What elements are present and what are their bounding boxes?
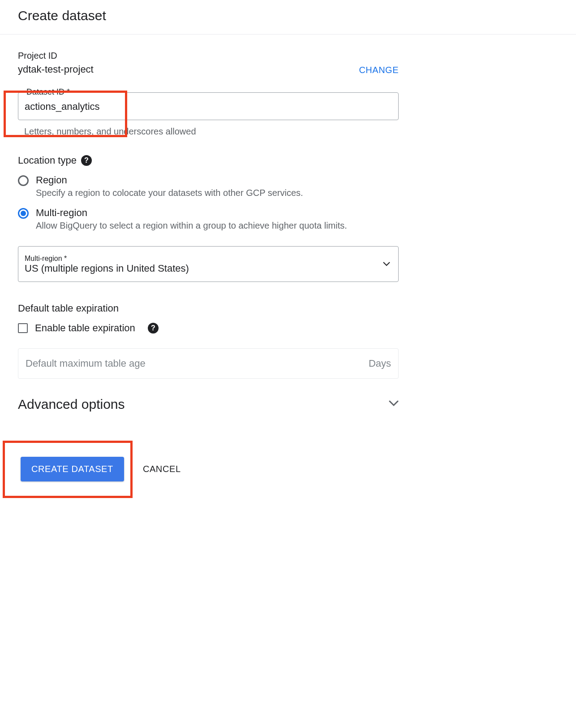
dataset-id-input[interactable] [25, 101, 392, 113]
help-icon[interactable]: ? [148, 323, 159, 334]
chevron-down-icon [383, 260, 390, 268]
multi-region-label: Multi-region * [25, 255, 67, 262]
change-project-button[interactable]: CHANGE [359, 65, 399, 75]
chevron-down-icon [389, 400, 399, 408]
radio-multi-region-description: Allow BigQuery to select a region within… [36, 221, 347, 231]
default-expiration-label: Default table expiration [18, 303, 119, 314]
footer-actions: CREATE DATASET CANCEL [18, 457, 399, 481]
dataset-id-field[interactable]: Dataset ID * [18, 92, 399, 120]
project-id-row: Project ID ydtak-test-project CHANGE [18, 51, 399, 75]
multi-region-value: US (multiple regions in United States) [25, 263, 392, 274]
radio-icon [18, 175, 29, 186]
location-type-label: Location type [18, 155, 77, 166]
enable-expiration-row[interactable]: Enable table expiration ? [18, 322, 399, 334]
page-header: Create dataset [0, 0, 576, 35]
radio-region[interactable]: Region Specify a region to colocate your… [18, 174, 399, 198]
enable-expiration-label: Enable table expiration [35, 322, 135, 334]
radio-icon [18, 208, 29, 219]
advanced-options-toggle[interactable]: Advanced options [18, 397, 399, 412]
default-expiration-heading: Default table expiration [18, 303, 399, 314]
create-dataset-button[interactable]: CREATE DATASET [21, 457, 124, 481]
max-table-age-placeholder: Default maximum table age [26, 358, 146, 369]
project-id-value: ydtak-test-project [18, 64, 94, 75]
radio-multi-region[interactable]: Multi-region Allow BigQuery to select a … [18, 207, 399, 231]
project-id-label: Project ID [18, 51, 94, 61]
help-icon[interactable]: ? [81, 155, 92, 166]
enable-expiration-checkbox[interactable] [18, 323, 28, 333]
radio-region-label: Region [36, 174, 303, 186]
multi-region-select[interactable]: Multi-region * US (multiple regions in U… [18, 246, 399, 282]
form-content: Project ID ydtak-test-project CHANGE Dat… [0, 35, 417, 499]
location-type-heading: Location type ? [18, 155, 399, 166]
max-table-age-unit: Days [369, 358, 391, 369]
max-table-age-field: Default maximum table age Days [18, 348, 399, 379]
cancel-button[interactable]: CANCEL [143, 464, 181, 474]
dataset-id-label: Dataset ID * [24, 87, 73, 97]
page-title: Create dataset [18, 8, 558, 23]
radio-multi-region-label: Multi-region [36, 207, 347, 219]
advanced-options-label: Advanced options [18, 397, 125, 412]
radio-region-description: Specify a region to colocate your datase… [36, 188, 303, 198]
dataset-id-helper: Letters, numbers, and underscores allowe… [18, 126, 399, 137]
